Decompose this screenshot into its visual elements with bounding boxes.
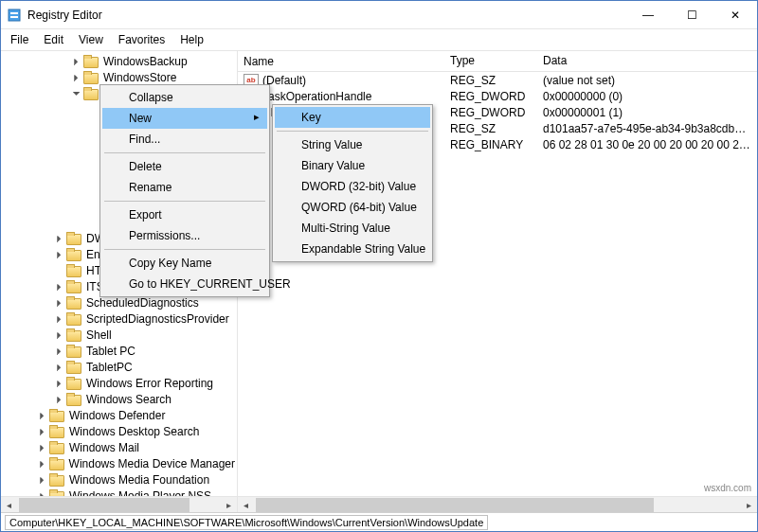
tree-node-label: Windows Search — [84, 393, 173, 406]
window-title: Registry Editor — [27, 9, 626, 22]
expand-icon[interactable]: ⏵ — [54, 362, 65, 373]
main-area: ⏵WindowsBackup⏵WindowsStore⏷WindowsUpdat… — [1, 51, 757, 512]
folder-icon — [49, 425, 64, 437]
expand-icon[interactable]: ⏵ — [54, 346, 65, 357]
menu-favorites[interactable]: Favorites — [111, 31, 172, 48]
ctx-copy-key-name[interactable]: Copy Key Name — [102, 253, 267, 274]
ctx-export[interactable]: Export — [102, 204, 267, 225]
tree-node[interactable]: ⏵Windows Defender — [1, 407, 237, 423]
folder-icon — [66, 328, 81, 341]
tree-node[interactable]: ⏵Windows Search — [1, 391, 237, 407]
folder-icon — [66, 248, 81, 260]
svg-rect-1 — [10, 12, 18, 14]
app-icon — [7, 8, 22, 23]
folder-icon — [49, 457, 64, 470]
tree-node[interactable]: ⏵Windows Media Device Manager — [1, 455, 237, 471]
expand-icon[interactable]: ⏵ — [37, 442, 48, 453]
ctx-permissions[interactable]: Permissions... — [102, 225, 267, 246]
value-data: d101aa57-a7e5-495e-ab34-9b3a8cdb97bf — [537, 122, 757, 135]
list-row[interactable]: ab(Default)REG_SZ(value not set) — [238, 72, 757, 88]
ctx-collapse[interactable]: Collapse — [102, 87, 267, 108]
list-hscrollbar[interactable]: ◂ ▸ — [238, 496, 757, 512]
scroll-right-icon[interactable]: ▸ — [741, 497, 757, 512]
tree-node[interactable]: ⏵Windows Desktop Search — [1, 423, 237, 439]
sub-dword[interactable]: DWORD (32-bit) Value — [275, 176, 430, 197]
expand-icon[interactable]: ⏵ — [54, 394, 65, 405]
sub-key[interactable]: Key — [275, 107, 430, 128]
tree-node[interactable]: ⏵Tablet PC — [1, 343, 237, 359]
ctx-rename[interactable]: Rename — [102, 177, 267, 198]
folder-icon — [83, 55, 99, 67]
tree-node[interactable]: ⏵Shell — [1, 327, 237, 343]
folder-icon — [66, 280, 81, 293]
ctx-delete[interactable]: Delete — [102, 156, 267, 177]
menubar: File Edit View Favorites Help — [1, 29, 757, 51]
list-hscroll-thumb[interactable] — [256, 498, 654, 512]
scroll-right-icon[interactable]: ▸ — [221, 497, 237, 512]
tree-node[interactable]: ⏵Windows Mail — [1, 439, 237, 455]
tree-hscrollbar[interactable]: ◂ ▸ — [1, 496, 237, 512]
minimize-button[interactable]: — — [626, 1, 670, 29]
expand-icon[interactable]: ⏵ — [71, 72, 82, 83]
folder-icon — [49, 441, 64, 453]
scroll-left-icon[interactable]: ◂ — [238, 497, 254, 512]
close-button[interactable]: ✕ — [713, 1, 757, 29]
tree-node-label: Windows Desktop Search — [67, 425, 201, 438]
sub-binary[interactable]: Binary Value — [275, 155, 430, 176]
expand-icon[interactable]: ⏵ — [54, 378, 65, 389]
expand-icon[interactable]: ⏵ — [71, 56, 82, 67]
collapse-icon[interactable]: ⏷ — [71, 88, 82, 99]
watermark: wsxdn.com — [704, 483, 751, 493]
folder-icon — [66, 296, 81, 309]
expand-icon[interactable]: ⏵ — [37, 426, 48, 437]
expand-icon[interactable]: ⏵ — [54, 313, 65, 325]
sub-expandstring[interactable]: Expandable String Value — [275, 239, 430, 259]
tree-node-label: Windows Media Foundation — [67, 473, 211, 487]
tree-node-label: Windows Mail — [67, 441, 141, 454]
tree-node[interactable]: ⏵Windows Error Reporting — [1, 375, 237, 391]
ctx-find[interactable]: Find... — [102, 129, 267, 150]
tree-node[interactable]: ⏵Windows Media Foundation — [1, 471, 237, 488]
tree-node[interactable]: ⏵WindowsBackup — [1, 53, 237, 69]
expand-icon[interactable]: ⏵ — [54, 233, 65, 244]
value-data: 06 02 28 01 30 0e 20 00 20 00 20 00 20 0… — [537, 138, 757, 151]
expand-icon[interactable]: ⏵ — [54, 329, 65, 341]
tree-node[interactable]: ⏵TabletPC — [1, 359, 237, 375]
context-menu[interactable]: Collapse New Find... Delete Rename Expor… — [99, 84, 270, 297]
ctx-goto-hkcu[interactable]: Go to HKEY_CURRENT_USER — [102, 274, 267, 294]
expand-icon[interactable]: ⏵ — [37, 474, 48, 486]
ctx-new[interactable]: New — [102, 108, 267, 129]
menu-file[interactable]: File — [3, 31, 36, 48]
value-type: REG_BINARY — [444, 138, 537, 151]
tree-node-label: Windows Media Device Manager — [67, 457, 237, 470]
context-submenu-new[interactable]: Key String Value Binary Value DWORD (32-… — [272, 104, 433, 262]
expand-icon[interactable]: ⏵ — [54, 249, 65, 260]
folder-icon — [66, 312, 81, 325]
expand-icon[interactable]: ⏵ — [37, 458, 48, 470]
tree-node-label: ScriptedDiagnosticsProvider — [84, 312, 231, 326]
folder-icon — [49, 409, 64, 421]
sub-multistring[interactable]: Multi-String Value — [275, 218, 430, 239]
sub-qword[interactable]: QWORD (64-bit) Value — [275, 197, 430, 218]
tree-node-label: Tablet PC — [84, 345, 137, 358]
value-type: REG_SZ — [444, 74, 537, 87]
menu-view[interactable]: View — [71, 31, 111, 48]
expand-icon[interactable]: ⏵ — [54, 281, 65, 293]
expand-icon[interactable]: ⏵ — [37, 410, 48, 421]
menu-help[interactable]: Help — [172, 31, 211, 48]
tree-node[interactable]: ⏵WindowsStore — [1, 69, 237, 85]
value-type: REG_DWORD — [444, 90, 537, 103]
column-type[interactable]: Type — [444, 51, 537, 71]
column-name[interactable]: Name — [238, 51, 444, 71]
maximize-button[interactable]: ☐ — [670, 1, 713, 29]
scroll-left-icon[interactable]: ◂ — [1, 497, 17, 512]
tree-node[interactable]: ⏵ScriptedDiagnosticsProvider — [1, 310, 237, 327]
list-row[interactable]: 01TaskOperationHandleREG_DWORD0x00000000… — [238, 88, 757, 104]
expand-icon[interactable]: ⏵ — [54, 297, 65, 309]
folder-icon — [83, 87, 99, 99]
sub-string[interactable]: String Value — [275, 134, 430, 155]
folder-icon — [83, 71, 99, 83]
column-data[interactable]: Data — [537, 51, 757, 71]
menu-edit[interactable]: Edit — [36, 31, 71, 48]
tree-hscroll-thumb[interactable] — [19, 498, 190, 512]
